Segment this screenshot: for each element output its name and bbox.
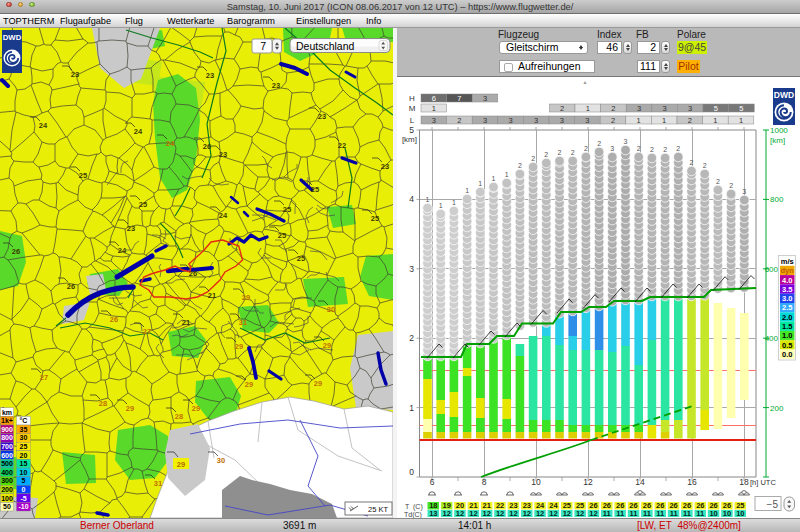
svg-text:29: 29 [192,404,200,413]
svg-text:1: 1 [439,202,443,209]
svg-text:400: 400 [765,334,779,343]
svg-text:500: 500 [1,460,13,467]
svg-text:2: 2 [518,162,522,169]
svg-text:26: 26 [67,282,75,291]
svg-text:1: 1 [505,171,509,178]
svg-text:2: 2 [409,333,414,343]
svg-text:26: 26 [12,247,20,256]
svg-text:20: 20 [20,452,28,459]
svg-text:24: 24 [118,246,127,255]
svg-text:23: 23 [381,162,389,171]
svg-text:1: 1 [432,104,436,113]
svg-text:2: 2 [558,149,562,156]
svg-text:3: 3 [409,264,414,274]
svg-text:3: 3 [610,145,614,152]
svg-text:10: 10 [736,509,744,518]
svg-text:2: 2 [688,116,692,125]
svg-text:0: 0 [22,486,26,493]
svg-text:11: 11 [630,509,638,518]
svg-text:2: 2 [716,178,720,185]
svg-text:800: 800 [770,195,784,204]
svg-text:400: 400 [1,469,13,476]
svg-text:1000: 1000 [770,126,788,135]
svg-text:12: 12 [496,509,504,518]
svg-text:2: 2 [584,145,588,152]
svg-text:27: 27 [40,373,48,382]
svg-text:12: 12 [589,509,597,518]
svg-text:21: 21 [208,291,216,300]
svg-text:2.0: 2.0 [782,313,792,322]
svg-text:600: 600 [1,452,13,459]
svg-text:29: 29 [126,404,134,413]
svg-text:25: 25 [371,214,379,223]
svg-text:2: 2 [676,145,680,152]
svg-text:26: 26 [203,142,211,151]
svg-text:2: 2 [637,145,641,152]
svg-text:23: 23 [318,112,326,121]
svg-text:1: 1 [426,196,430,203]
svg-text:1: 1 [465,187,469,194]
svg-text:30: 30 [327,305,335,314]
svg-text:4: 4 [409,194,414,204]
svg-text:24: 24 [219,211,228,220]
svg-text:DWD: DWD [774,90,794,100]
svg-text:[km]: [km] [770,136,785,145]
svg-text:2: 2 [571,149,575,156]
svg-text:200: 200 [1,486,13,493]
svg-text:28: 28 [175,412,183,421]
svg-text:31: 31 [154,479,162,488]
svg-text:25: 25 [311,185,319,194]
svg-text:3: 3 [560,116,564,125]
svg-text:22: 22 [338,141,346,150]
svg-text:800: 800 [1,434,13,441]
svg-text:(C): (C) [413,503,423,511]
svg-text:12: 12 [563,509,571,518]
svg-text:3.0: 3.0 [782,294,792,303]
svg-text:1k+: 1k+ [1,417,13,424]
svg-text:29: 29 [242,293,250,302]
svg-text:10: 10 [709,509,717,518]
svg-text:DWD: DWD [3,33,22,42]
svg-text:2: 2 [531,155,535,162]
svg-text:3: 3 [663,104,667,113]
svg-text:2: 2 [611,104,615,113]
svg-text:3: 3 [637,104,641,113]
svg-text:3: 3 [742,188,746,195]
svg-text:2: 2 [703,162,707,169]
svg-text:35: 35 [20,426,28,433]
svg-text:6: 6 [430,477,435,487]
svg-text:900: 900 [1,426,13,433]
svg-text:23: 23 [127,224,135,233]
svg-text:1: 1 [713,116,717,125]
svg-text:25: 25 [20,443,28,450]
svg-text:0.5: 0.5 [782,341,792,350]
svg-text:11: 11 [670,509,678,518]
svg-text:12: 12 [443,509,451,518]
svg-text:▲: ▲ [583,79,588,85]
svg-text:2: 2 [690,159,694,166]
svg-text:1: 1 [492,175,496,182]
svg-text:5: 5 [739,104,743,113]
svg-text:12: 12 [469,509,477,518]
svg-text:1: 1 [586,104,590,113]
svg-text:26: 26 [189,269,197,278]
svg-text:16: 16 [687,477,697,487]
svg-text:24: 24 [39,121,48,130]
svg-text:15: 15 [20,460,28,467]
svg-text:30: 30 [217,456,225,465]
svg-text:23: 23 [219,150,227,159]
svg-text:10: 10 [20,469,28,476]
svg-text:25 KT: 25 KT [368,505,388,514]
svg-text:8: 8 [482,477,487,487]
svg-text:18: 18 [739,477,749,487]
svg-text:m/s: m/s [781,257,794,266]
svg-text:2: 2 [597,140,601,147]
svg-text:1: 1 [478,180,482,187]
svg-text:1.5: 1.5 [782,322,792,331]
svg-text:23: 23 [206,71,214,80]
svg-text:7: 7 [260,40,266,52]
svg-text:2: 2 [650,146,654,153]
svg-text:200: 200 [770,404,784,413]
svg-text:14: 14 [635,477,645,487]
svg-text:25: 25 [278,231,286,240]
